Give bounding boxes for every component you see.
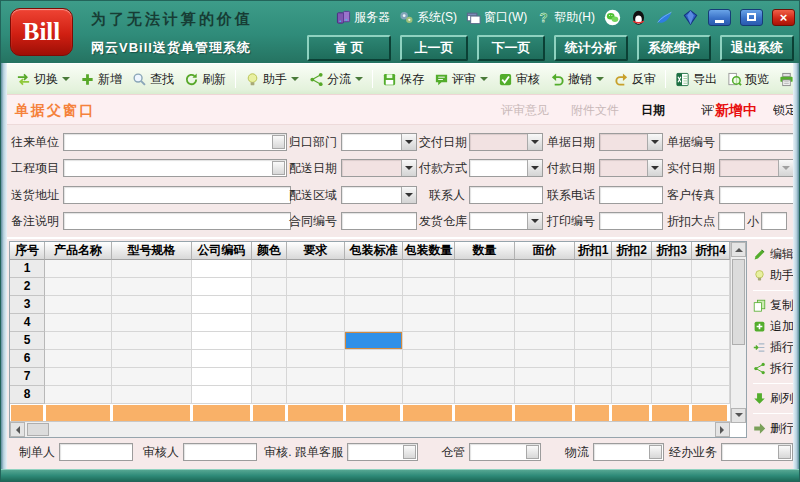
wechat-tray-button[interactable] xyxy=(604,9,621,26)
grid-cell[interactable] xyxy=(45,350,112,368)
grid-cell[interactable] xyxy=(612,278,652,296)
column-header[interactable]: 折扣3 xyxy=(652,242,692,260)
grid-cell[interactable] xyxy=(455,260,515,278)
grid-cell[interactable] xyxy=(515,296,575,314)
panel-button-assistant[interactable]: 助手 xyxy=(753,265,797,286)
grid-cell[interactable] xyxy=(287,386,345,404)
column-header[interactable]: 序号 xyxy=(10,242,45,260)
grid-cell[interactable] xyxy=(575,296,612,314)
grid-cell[interactable] xyxy=(403,260,455,278)
grid-cell[interactable] xyxy=(692,260,730,278)
nav-button-system-maintenance[interactable]: 系统维护 xyxy=(637,35,711,61)
row-number-cell[interactable]: 5 xyxy=(10,332,45,350)
grid-cell[interactable] xyxy=(455,296,515,314)
row-number-cell[interactable]: 6 xyxy=(10,350,45,368)
toolbar-button-review[interactable]: 评审 xyxy=(429,69,493,90)
selected-cell[interactable] xyxy=(345,332,403,350)
column-header[interactable]: 型号规格 xyxy=(112,242,192,260)
grid-cell[interactable] xyxy=(287,350,345,368)
grid-cell[interactable] xyxy=(455,314,515,332)
partner-unit-picker-button[interactable] xyxy=(272,135,285,149)
grid-cell[interactable] xyxy=(112,260,192,278)
grid-cell[interactable] xyxy=(252,296,287,314)
grid-cell[interactable] xyxy=(45,278,112,296)
document-date-combo[interactable] xyxy=(599,133,663,151)
grid-cell[interactable] xyxy=(652,350,692,368)
toolbar-button-revoke[interactable]: 撤销 xyxy=(545,69,609,90)
grid-cell[interactable] xyxy=(575,350,612,368)
nav-button-stats-analysis[interactable]: 统计分析 xyxy=(554,35,628,61)
grid-cell[interactable] xyxy=(652,278,692,296)
grid-cell[interactable] xyxy=(403,314,455,332)
grid-cell[interactable] xyxy=(287,296,345,314)
delivery-date-combo[interactable] xyxy=(469,133,543,151)
grid-cell[interactable] xyxy=(455,332,515,350)
grid-cell[interactable] xyxy=(612,350,652,368)
grid-cell[interactable] xyxy=(612,314,652,332)
panel-button-copy[interactable]: 复制 xyxy=(753,295,797,316)
grid-cell[interactable] xyxy=(515,332,575,350)
row-number-cell[interactable]: 4 xyxy=(10,314,45,332)
grid-cell[interactable] xyxy=(515,278,575,296)
column-header[interactable]: 包装标准 xyxy=(345,242,403,260)
contract-number-input[interactable] xyxy=(341,212,417,230)
project-picker-button[interactable] xyxy=(272,161,285,175)
nav-button-exit-system[interactable]: 退出系统 xyxy=(720,35,794,61)
scroll-down-button[interactable] xyxy=(731,408,746,423)
grid-cell[interactable] xyxy=(652,260,692,278)
grid-cell[interactable] xyxy=(345,314,403,332)
grid-cell[interactable] xyxy=(515,260,575,278)
grid-cell[interactable] xyxy=(575,368,612,386)
partner-unit-input[interactable] xyxy=(63,133,287,151)
grid-cell[interactable] xyxy=(252,368,287,386)
grid-cell[interactable] xyxy=(192,368,252,386)
grid-cell[interactable] xyxy=(575,260,612,278)
menu-item-window[interactable]: 窗口(W) xyxy=(466,9,527,26)
remarks-input[interactable] xyxy=(63,212,291,230)
grid-cell[interactable] xyxy=(515,350,575,368)
row-number-cell[interactable]: 3 xyxy=(10,296,45,314)
grid-cell[interactable] xyxy=(192,260,252,278)
actual-payment-date-combo-arrow[interactable] xyxy=(778,160,793,176)
row-number-cell[interactable]: 8 xyxy=(10,386,45,404)
toolbar-button-assistant[interactable]: 助手 xyxy=(240,69,304,90)
dispatch-date-combo-arrow[interactable] xyxy=(401,160,416,176)
shipping-warehouse-combo-arrow[interactable] xyxy=(527,213,542,229)
warehouse-keeper-picker-button[interactable] xyxy=(526,445,539,459)
grid-cell[interactable] xyxy=(692,296,730,314)
row-number-cell[interactable]: 1 xyxy=(10,260,45,278)
panel-button-split-row[interactable]: 拆行 xyxy=(753,358,797,379)
tab-date[interactable]: 日期 xyxy=(641,95,665,125)
nav-button-next-page[interactable]: 下一页 xyxy=(477,35,545,61)
grid-cell[interactable] xyxy=(252,386,287,404)
vertical-scrollbar[interactable] xyxy=(730,242,746,423)
grid-cell[interactable] xyxy=(345,260,403,278)
grid-cell[interactable] xyxy=(287,260,345,278)
tab-review-opinion[interactable]: 评审意见 xyxy=(501,95,549,125)
qq-tray-button[interactable] xyxy=(630,9,647,26)
toolbar-button-audit[interactable]: 审核 xyxy=(493,69,545,90)
gem-tray-button[interactable] xyxy=(682,9,699,26)
grid-cell[interactable] xyxy=(287,278,345,296)
grid-cell[interactable] xyxy=(45,386,112,404)
grid-cell[interactable] xyxy=(515,368,575,386)
vertical-scroll-thumb[interactable] xyxy=(732,259,745,345)
grid-cell[interactable] xyxy=(252,314,287,332)
grid-cell[interactable] xyxy=(192,314,252,332)
tab-attachment-files[interactable]: 附件文件 xyxy=(571,95,619,125)
panel-button-fill-column[interactable]: 刷列 xyxy=(753,388,797,409)
discount-major-input[interactable] xyxy=(718,212,745,230)
grid-cell[interactable] xyxy=(403,332,455,350)
grid-cell[interactable] xyxy=(455,278,515,296)
customer-fax-input[interactable] xyxy=(719,186,794,204)
menu-item-server[interactable]: 服务器 xyxy=(336,9,390,26)
column-header[interactable]: 面价 xyxy=(515,242,575,260)
grid-cell[interactable] xyxy=(192,386,252,404)
grid-cell[interactable] xyxy=(345,350,403,368)
grid-cell[interactable] xyxy=(612,332,652,350)
grid-cell[interactable] xyxy=(112,332,192,350)
grid-cell[interactable] xyxy=(455,386,515,404)
grid-cell[interactable] xyxy=(403,278,455,296)
shipping-warehouse-combo[interactable] xyxy=(469,212,543,230)
column-header[interactable]: 要求 xyxy=(287,242,345,260)
